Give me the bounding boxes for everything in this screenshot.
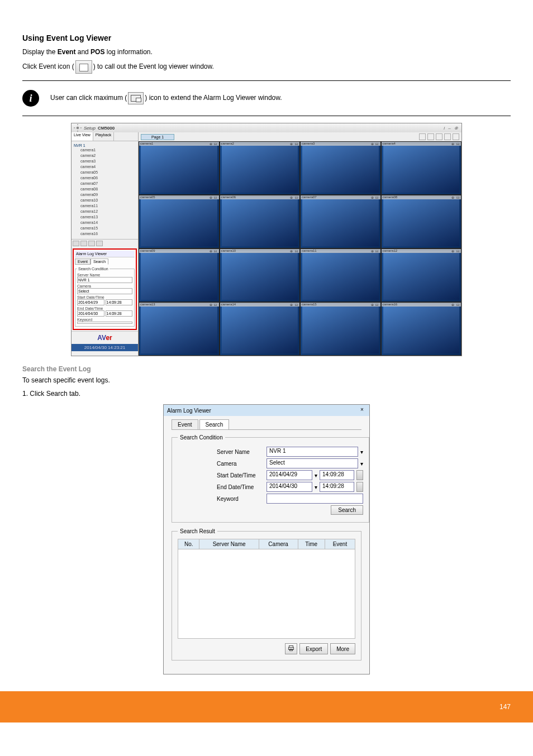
keyword-label: Keyword xyxy=(217,496,264,502)
close-window-icon[interactable]: ⊗ xyxy=(454,126,458,131)
search-desc: To search specific event logs. xyxy=(22,375,511,385)
intro-para-2: Click Event icon () to call out the Even… xyxy=(22,60,511,74)
search-button[interactable]: Search xyxy=(331,505,363,515)
dialog-titlebar: Alarm Log Viewer × xyxy=(164,405,369,416)
camera-tile[interactable]: camera12⊕ ⊟ xyxy=(381,248,462,302)
start-datetime-label: Start Date/Time xyxy=(77,295,132,299)
event-log-icon xyxy=(75,60,92,74)
sidebar-tabs: Live View Playback xyxy=(72,132,138,141)
camera-tile[interactable]: camera1⊕ ⊟ xyxy=(139,141,220,195)
alarm-tab-event[interactable]: Event xyxy=(75,259,91,265)
end-time-input[interactable]: 14:09:28 xyxy=(320,482,354,492)
alarm-panel-title: Alarm Log Viewer xyxy=(75,251,135,257)
camera-tree: NVR 1 camera1 camera2 camera3 camera4 ca… xyxy=(72,141,138,239)
fullscreen-icon[interactable] xyxy=(436,133,442,140)
camera-tile[interactable]: camera08⊕ ⊟ xyxy=(381,195,462,248)
product-label: CM5000 xyxy=(98,126,115,131)
tree-item[interactable]: camera4 xyxy=(74,164,136,170)
tree-item[interactable]: camera06 xyxy=(74,175,136,181)
camera-tile[interactable]: camera09⊕ ⊟ xyxy=(139,248,220,302)
camera-tile[interactable]: camera3⊕ ⊟ xyxy=(300,141,381,195)
col-camera[interactable]: Camera xyxy=(259,539,298,549)
keyword-input[interactable] xyxy=(77,322,132,324)
result-table: No. Server Name Camera Time Event xyxy=(178,539,355,549)
alarm-tab-search[interactable]: Search xyxy=(91,259,108,265)
tree-item[interactable]: camera12 xyxy=(74,209,136,214)
camera-select[interactable]: Select xyxy=(266,458,358,468)
tree-item[interactable]: camera3 xyxy=(74,159,136,164)
layout-icon[interactable] xyxy=(419,133,426,140)
gear-icon xyxy=(74,124,82,132)
camera-tile[interactable]: camera06⊕ ⊟ xyxy=(220,195,301,248)
camera-tile[interactable]: camera14⊕ ⊟ xyxy=(220,302,301,356)
col-no[interactable]: No. xyxy=(178,539,199,549)
dialog-tab-event[interactable]: Event xyxy=(172,419,198,429)
tree-item[interactable]: camera15 xyxy=(74,226,136,231)
tree-item[interactable]: camera07 xyxy=(74,181,136,186)
chevron-down-icon[interactable]: ▾ xyxy=(360,461,363,467)
tree-item[interactable]: camera08 xyxy=(74,186,136,192)
chevron-down-icon[interactable]: ▾ xyxy=(315,472,317,479)
more-button[interactable]: More xyxy=(330,643,355,654)
dialog-tab-search[interactable]: Search xyxy=(199,419,230,429)
camera-tile[interactable]: camera11⊕ ⊟ xyxy=(300,248,381,302)
chevron-down-icon[interactable]: ▾ xyxy=(360,449,363,455)
toolbar-icon[interactable] xyxy=(96,241,103,246)
tree-item[interactable]: camera14 xyxy=(74,220,136,226)
chevron-down-icon[interactable]: ▾ xyxy=(315,484,317,490)
tree-item[interactable]: camera09 xyxy=(74,192,136,198)
camera-tile[interactable]: camera05⊕ ⊟ xyxy=(139,195,220,248)
setup-label[interactable]: Setup xyxy=(84,126,96,131)
snapshot-icon[interactable] xyxy=(444,133,451,140)
camera-tile[interactable]: camera13⊕ ⊟ xyxy=(139,302,220,356)
start-time-input[interactable]: 14:09:28 xyxy=(320,470,354,480)
tree-item[interactable]: camera11 xyxy=(74,203,136,209)
camera-tile[interactable]: camera16⊕ ⊟ xyxy=(381,302,462,356)
page-tab-1[interactable]: Page 1 xyxy=(141,134,174,140)
camera-tile[interactable]: camera2⊕ ⊟ xyxy=(220,141,301,195)
export-button[interactable]: Export xyxy=(299,643,328,654)
tree-item[interactable]: camera1 xyxy=(74,147,136,153)
tree-item[interactable]: camera05 xyxy=(74,170,136,175)
minimize-window-icon[interactable]: – xyxy=(448,126,450,131)
server-name-select[interactable]: NVR 1 xyxy=(77,277,132,283)
event-log-icon[interactable] xyxy=(453,133,459,140)
close-icon[interactable]: × xyxy=(358,406,366,414)
start-time-input[interactable]: 14:09:28 xyxy=(106,299,133,305)
sidebar-mini-toolbar xyxy=(72,239,138,247)
toolbar-icon[interactable] xyxy=(80,241,87,246)
start-datetime-label: Start Date/Time xyxy=(217,472,264,479)
time-spinner[interactable] xyxy=(356,482,363,492)
search-condition-legend: Search Condition xyxy=(77,267,110,271)
col-event[interactable]: Event xyxy=(325,539,355,549)
print-button[interactable] xyxy=(285,643,297,654)
end-time-input[interactable]: 14:09:28 xyxy=(106,310,133,317)
emap-icon[interactable] xyxy=(427,133,434,140)
camera-tile[interactable]: camera10⊕ ⊟ xyxy=(220,248,301,302)
end-date-input[interactable]: 2014/04/30 xyxy=(266,482,312,492)
tab-playback[interactable]: Playback xyxy=(93,132,114,141)
server-name-select[interactable]: NVR 1 xyxy=(266,447,358,457)
time-spinner[interactable] xyxy=(356,470,363,480)
camera-select[interactable]: Select xyxy=(77,288,132,294)
keyword-input[interactable] xyxy=(266,494,363,504)
app-screenshot-main: Setup CM5000 i – ⊗ Live View Playback NV… xyxy=(71,123,462,356)
tree-item[interactable]: camera13 xyxy=(74,214,136,220)
toolbar-icon[interactable] xyxy=(88,241,95,246)
end-date-input[interactable]: 2014/04/30 xyxy=(77,310,104,317)
tree-item[interactable]: camera10 xyxy=(74,198,136,203)
tree-root[interactable]: NVR 1 xyxy=(74,143,136,147)
camera-tile[interactable]: camera15⊕ ⊟ xyxy=(300,302,381,356)
tab-live-view[interactable]: Live View xyxy=(72,132,93,141)
camera-tile[interactable]: camera4⊕ ⊟ xyxy=(381,141,462,195)
camera-tile[interactable]: camera07⊕ ⊟ xyxy=(300,195,381,248)
start-date-input[interactable]: 2014/04/29 xyxy=(266,470,312,480)
start-date-input[interactable]: 2014/04/29 xyxy=(77,299,104,305)
info-window-icon[interactable]: i xyxy=(444,126,445,131)
toolbar-icon[interactable] xyxy=(73,241,79,246)
tree-item[interactable]: camera16 xyxy=(74,231,136,237)
tree-item[interactable]: camera2 xyxy=(74,153,136,159)
col-time[interactable]: Time xyxy=(298,539,325,549)
col-server[interactable]: Server Name xyxy=(199,539,259,549)
page-footer: 147 xyxy=(0,691,533,722)
